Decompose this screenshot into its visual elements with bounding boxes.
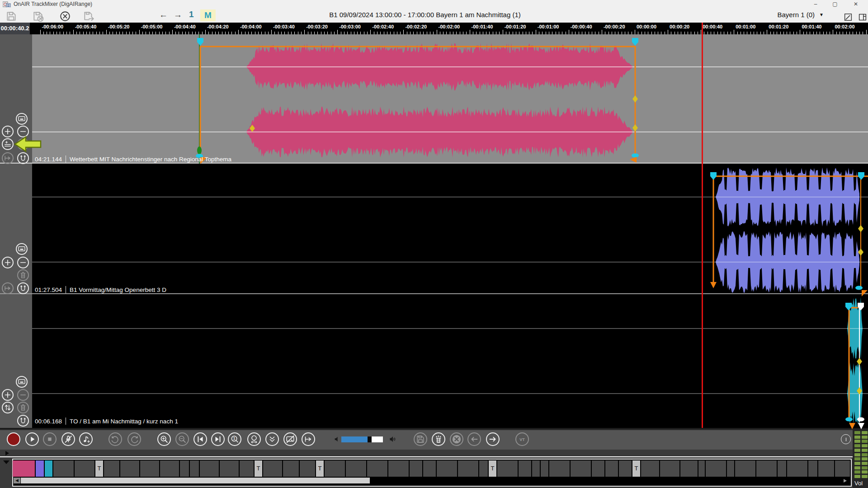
- trackmixer-window: OnAIR TrackMixer (DigAIRange) – ▢ ✕ ← → …: [0, 0, 868, 488]
- mouse-cursor-arrow: [0, 0, 868, 488]
